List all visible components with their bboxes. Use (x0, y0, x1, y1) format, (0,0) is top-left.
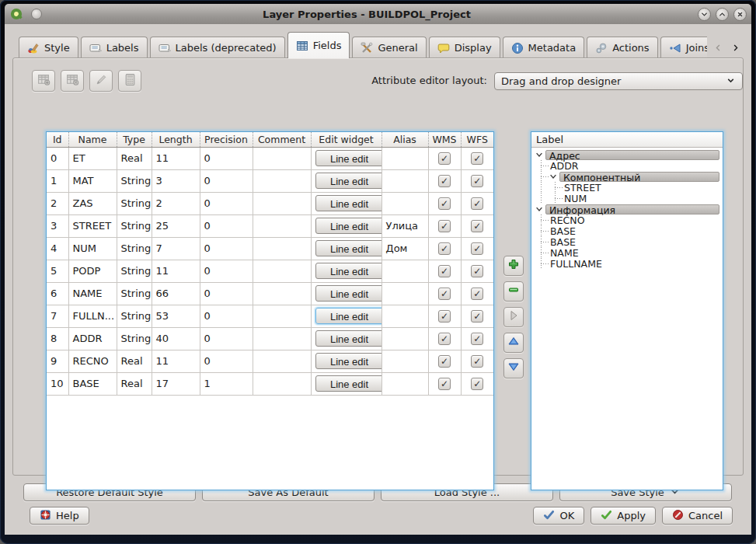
cell-comment[interactable] (253, 237, 311, 260)
field-calculator-button[interactable] (118, 70, 141, 92)
cell-name[interactable]: NAME (68, 282, 117, 305)
column-header-edit-widget[interactable]: Edit widget (311, 132, 381, 147)
help-button[interactable]: Help (30, 507, 89, 525)
cell-alias[interactable] (381, 192, 428, 214)
wfs-checkbox[interactable]: ✓ (471, 288, 483, 300)
cell-name[interactable]: STREET (68, 214, 117, 237)
column-header-wms[interactable]: WMS (428, 132, 461, 147)
cell-precision[interactable]: 0 (200, 169, 253, 192)
wfs-checkbox[interactable]: ✓ (471, 220, 483, 232)
wms-checkbox[interactable]: ✓ (438, 152, 451, 165)
cell-comment[interactable] (253, 192, 311, 214)
line-edit-button[interactable]: Line edit (315, 173, 382, 189)
cell-id[interactable]: 10 (47, 372, 68, 395)
wfs-checkbox[interactable]: ✓ (471, 152, 483, 165)
column-header-name[interactable]: Name (68, 132, 117, 147)
ok-button[interactable]: OK (533, 507, 584, 525)
cell-precision[interactable]: 0 (200, 214, 253, 237)
cell-precision[interactable]: 0 (200, 282, 253, 305)
cell-comment[interactable] (253, 169, 311, 192)
cell-comment[interactable] (253, 372, 311, 395)
line-edit-button[interactable]: Line edit (315, 330, 382, 347)
remove-item-button[interactable] (503, 281, 524, 302)
cell-name[interactable]: FULLN... (68, 305, 117, 327)
close-button[interactable] (733, 8, 747, 21)
column-header-comment[interactable]: Comment (253, 132, 311, 147)
cell-length[interactable]: 53 (152, 305, 200, 327)
tree-item-addr[interactable]: ADDR (535, 160, 721, 171)
cell-alias[interactable] (381, 327, 428, 350)
move-into-button[interactable] (503, 307, 524, 327)
wms-checkbox[interactable]: ✓ (438, 197, 451, 210)
tree-group-компонентный[interactable]: Компонентный (535, 171, 721, 182)
window-sticky-button[interactable] (31, 9, 42, 19)
drag-drop-designer-tree[interactable]: Label АдресADDRКомпонентныйSTREETNUMИнфо… (531, 131, 723, 490)
minimize-button[interactable] (698, 8, 711, 21)
cell-precision[interactable]: 0 (200, 192, 253, 214)
apply-button[interactable]: Apply (591, 507, 656, 525)
tree-item-recno[interactable]: RECNO (535, 214, 721, 225)
cell-type[interactable]: Real (117, 350, 152, 372)
cell-length[interactable]: 25 (152, 214, 200, 237)
cell-type[interactable]: String (117, 327, 152, 350)
cell-name[interactable]: ZAS (68, 192, 117, 214)
cell-comment[interactable] (253, 282, 311, 305)
column-header-length[interactable]: Length (152, 132, 200, 147)
cell-alias[interactable] (381, 147, 428, 169)
line-edit-button[interactable]: Line edit (315, 285, 382, 302)
cell-length[interactable]: 66 (152, 282, 200, 305)
cancel-button[interactable]: Cancel (662, 507, 733, 525)
cell-name[interactable]: BASE (68, 372, 117, 395)
tab-style[interactable]: Style (19, 37, 78, 58)
tab-joins[interactable]: Joins (660, 37, 707, 58)
column-header-alias[interactable]: Alias (381, 132, 428, 147)
cell-type[interactable]: String (117, 282, 152, 305)
cell-id[interactable]: 6 (47, 282, 68, 305)
wfs-checkbox[interactable]: ✓ (471, 333, 483, 345)
cell-length[interactable]: 17 (152, 372, 200, 395)
cell-id[interactable]: 0 (47, 147, 68, 169)
wfs-checkbox[interactable]: ✓ (471, 378, 483, 390)
cell-id[interactable]: 2 (47, 192, 68, 214)
wms-checkbox[interactable]: ✓ (438, 265, 451, 277)
cell-name[interactable]: RECNO (68, 350, 117, 372)
cell-name[interactable]: ADDR (68, 327, 117, 350)
attribute-editor-layout-select[interactable]: Drag and drop designer (494, 72, 743, 90)
wms-checkbox[interactable]: ✓ (438, 288, 451, 300)
wfs-checkbox[interactable]: ✓ (471, 242, 483, 255)
line-edit-button[interactable]: Line edit (315, 308, 382, 324)
cell-length[interactable]: 11 (152, 260, 200, 282)
tab-labels[interactable]: Labels (81, 37, 148, 58)
titlebar[interactable]: Layer Properties - BUILDPOL_Project (5, 4, 751, 24)
column-header-precision[interactable]: Precision (200, 132, 253, 147)
line-edit-button[interactable]: Line edit (315, 195, 382, 211)
new-column-button[interactable] (32, 70, 55, 92)
maximize-button[interactable] (716, 8, 729, 21)
wfs-checkbox[interactable]: ✓ (471, 265, 483, 277)
move-down-button[interactable] (503, 358, 524, 378)
tab-metadata[interactable]: Metadata (503, 37, 585, 58)
cell-alias[interactable]: Дом (381, 237, 428, 260)
cell-type[interactable]: String (117, 169, 152, 192)
cell-precision[interactable]: 0 (200, 350, 253, 372)
cell-type[interactable]: Real (117, 147, 152, 169)
cell-alias[interactable]: Улица (381, 214, 428, 237)
cell-id[interactable]: 5 (47, 260, 68, 282)
cell-comment[interactable] (253, 327, 311, 350)
tab-general[interactable]: General (352, 37, 426, 58)
tree-item-base[interactable]: BASE (535, 225, 721, 236)
tree-item-fullname[interactable]: FULLNAME (535, 258, 721, 269)
cell-length[interactable]: 40 (152, 327, 200, 350)
cell-id[interactable]: 7 (47, 305, 68, 327)
cell-id[interactable]: 4 (47, 237, 68, 260)
wms-checkbox[interactable]: ✓ (438, 310, 451, 323)
tab-labels-deprecated[interactable]: Labels (deprecated) (150, 37, 285, 58)
cell-name[interactable]: MAT (68, 169, 117, 192)
cell-precision[interactable]: 0 (200, 327, 253, 350)
wfs-checkbox[interactable]: ✓ (471, 355, 483, 368)
line-edit-button[interactable]: Line edit (315, 150, 382, 166)
column-header-type[interactable]: Type (117, 132, 152, 147)
cell-comment[interactable] (253, 305, 311, 327)
wms-checkbox[interactable]: ✓ (438, 220, 451, 232)
cell-length[interactable]: 11 (152, 147, 200, 169)
